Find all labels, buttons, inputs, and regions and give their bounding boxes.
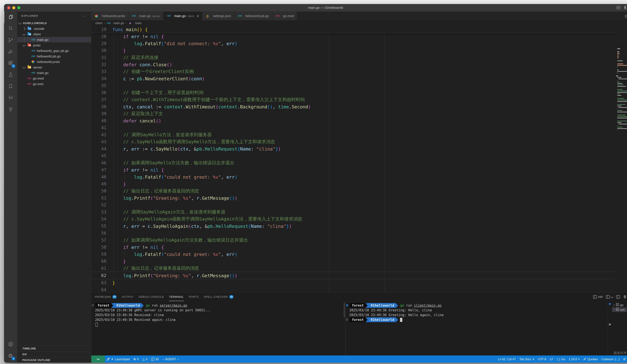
code-lines: 28if err != nil {29log.Fatalf("did not c…	[91, 26, 616, 292]
activity-item-todo-tree[interactable]	[4, 104, 17, 115]
explorer-more-icon[interactable]: ···	[83, 11, 87, 20]
explorer-header: EXPLORER ···	[17, 11, 91, 20]
status-item-codeium-[interactable]: Codeium: {...}	[600, 356, 621, 363]
indent-guide	[114, 194, 114, 202]
activity-item-braces[interactable]	[4, 92, 17, 104]
status-item--insert-[interactable]: -- INSERT --	[160, 356, 181, 363]
panel-tab-problems[interactable]: PROBLEMS35	[95, 293, 117, 301]
indent-guide	[114, 47, 114, 54]
activity-item-run-debug[interactable]	[4, 46, 17, 58]
tab-helloworld.proto[interactable]: helloworld.proto	[91, 11, 128, 20]
status-item-0[interactable]: ⊗0	[132, 356, 140, 363]
sidebar-section-timeline[interactable]: TIMELINE	[17, 345, 91, 351]
tree-item-go.mod[interactable]: ≡GOgo.mod	[17, 75, 91, 81]
activity-item-source-control[interactable]	[4, 35, 17, 46]
status-item-launchpad[interactable]: Launchpad	[105, 356, 132, 363]
command-path-link[interactable]: client/main.go	[414, 304, 441, 307]
tree-item-helloworld_grpc.pb.go[interactable]: ≡GOhelloworld_grpc.pb.go	[17, 48, 91, 53]
code-editor[interactable]: 28if err != nil {29log.Fatalf("did not c…	[91, 26, 627, 292]
indent-guide	[114, 75, 114, 82]
terminal-tab-go[interactable]: ┌go	[612, 303, 627, 307]
run-button[interactable]: ▷	[625, 14, 627, 18]
tree-item-proto[interactable]: proto	[17, 42, 91, 48]
status-item-tab-size-4[interactable]: Tab Size: 4	[518, 356, 536, 363]
activity-item-settings[interactable]: ⚙1	[4, 350, 17, 362]
status-item-0[interactable]: △0	[140, 356, 149, 363]
minimap-line	[619, 107, 627, 108]
new-terminal-button[interactable]	[606, 295, 613, 298]
bottom-panel: PROBLEMS35OUTPUTDEBUG CONSOLETERMINALPOR…	[91, 292, 627, 356]
terminal-command-decoration[interactable]	[346, 319, 348, 321]
tree-item-go.sum[interactable]: ≡GOgo.sum	[17, 81, 91, 87]
activity-item-testing[interactable]	[4, 69, 17, 81]
kill-terminal-icon[interactable]	[623, 295, 627, 299]
command-path-link[interactable]: server/main.go	[160, 304, 187, 307]
tree-item-.vscode[interactable]: .vscode	[17, 26, 91, 31]
activity-item-account[interactable]	[4, 339, 17, 350]
code-line-34: 34c := pb.NewGreeterClient(conn)	[91, 75, 616, 82]
terminal-command-decoration[interactable]	[346, 304, 348, 306]
line-content: func main() {	[112, 26, 616, 33]
indent-guide	[114, 96, 114, 103]
line-number: 29	[91, 41, 106, 46]
terminal-row	[91, 322, 345, 327]
breadcrumb-item-client[interactable]: client	[95, 21, 102, 25]
panel-actions: zsh ··· ×	[593, 293, 627, 301]
tree-item-client[interactable]: client	[17, 31, 91, 37]
status-item-35[interactable]: i35	[149, 356, 160, 363]
bolt-icon: ϟ	[578, 357, 580, 361]
tree-item-01HELLOWORLD[interactable]: 01HELLOWORLD	[17, 20, 91, 26]
tab-settings.json[interactable]: {}settings.json	[202, 11, 234, 20]
panel-tab-output[interactable]: OUTPUT	[122, 293, 134, 301]
close-tab-icon[interactable]: ×	[197, 14, 199, 18]
terminal-tab-label: zsh	[620, 308, 625, 312]
terminal-icon	[616, 303, 619, 307]
minimap-line	[617, 80, 618, 81]
activity-item-explorer[interactable]	[4, 11, 17, 23]
panel-tab-terminal[interactable]: TERMINAL	[169, 293, 184, 301]
tree-item-helloworld.pb.go[interactable]: ≡GOhelloworld.pb.go	[17, 53, 91, 59]
status-item-1-24-0[interactable]: 1.24.0ϟ	[567, 356, 581, 363]
terminal-server[interactable]: forest01helloworldgo run server/main.go2…	[91, 301, 345, 356]
toggle-sidebar-icon[interactable]	[624, 6, 627, 9]
tab-go.mod[interactable]: ≡GOgo.mod	[272, 11, 297, 20]
status-item-utf-8[interactable]: UTF-8	[536, 356, 548, 363]
tree-item-main.go[interactable]: ≡GOmain.go	[17, 37, 91, 42]
minimap[interactable]	[616, 26, 627, 292]
tree-item-server[interactable]: server	[17, 64, 91, 70]
panel-tab-debug-console[interactable]: DEBUG CONSOLE	[139, 293, 164, 301]
status-item-prettier[interactable]: ⊘Prettier	[621, 356, 627, 363]
status-item-quokka[interactable]: Quokka	[581, 356, 600, 363]
status-item-go[interactable]: { }Go	[555, 356, 567, 363]
activity-item-bookmarks[interactable]	[4, 81, 17, 92]
terminal-profile-button[interactable]: zsh	[593, 295, 603, 299]
terminal-tab-zsh[interactable]: └zsh	[612, 307, 627, 312]
sidebar-section-package-outline[interactable]: PACKAGE OUTLINE	[17, 357, 91, 363]
activity-item-extensions[interactable]: 2	[4, 58, 17, 69]
gomod-icon: ≡GO	[275, 14, 280, 18]
code-line-50: 50// 输出日志，记录服务器返回的消息	[91, 187, 616, 194]
minimap-line	[617, 104, 626, 105]
sidebar-section-go[interactable]: GO	[17, 351, 91, 357]
split-terminal-icon[interactable]	[616, 295, 620, 298]
breadcrumb[interactable]: client›≡GOmain.go›◈main	[91, 20, 627, 26]
indent-guide	[114, 180, 114, 187]
customize-layout-icon[interactable]	[617, 6, 620, 9]
status-item-lf[interactable]: LF	[548, 356, 555, 363]
tab-main.go-client[interactable]: ≡GOmain.goclient×	[163, 11, 202, 20]
breadcrumb-item-main[interactable]: ◈main	[128, 21, 142, 25]
command-go: go	[146, 304, 150, 307]
tree-item-helloworld.proto[interactable]: helloworld.proto	[17, 59, 91, 64]
activity-item-search[interactable]	[4, 23, 17, 35]
tree-item-main.go[interactable]: ≡GOmain.go	[17, 70, 91, 75]
line-number: 30	[91, 48, 106, 53]
terminal-command-decoration[interactable]	[92, 304, 94, 306]
status-item-ln-62-col-47[interactable]: Ln 62, Col 47	[496, 356, 518, 363]
panel-tab-ports[interactable]: PORTS	[189, 293, 199, 301]
tab-helloworld.pb.go[interactable]: ≡GOhelloworld.pb.go	[234, 11, 272, 20]
panel-tab-spell-checker[interactable]: SPELL CHECKER35	[204, 293, 233, 301]
tab-main.go-server[interactable]: ≡GOmain.goserver	[128, 11, 163, 20]
terminal-client[interactable]: forest01helloworldgo run client/main.go2…	[346, 301, 608, 356]
remote-indicator[interactable]: ><	[91, 356, 105, 363]
breadcrumb-item-main.go[interactable]: ≡GOmain.go	[106, 21, 124, 25]
